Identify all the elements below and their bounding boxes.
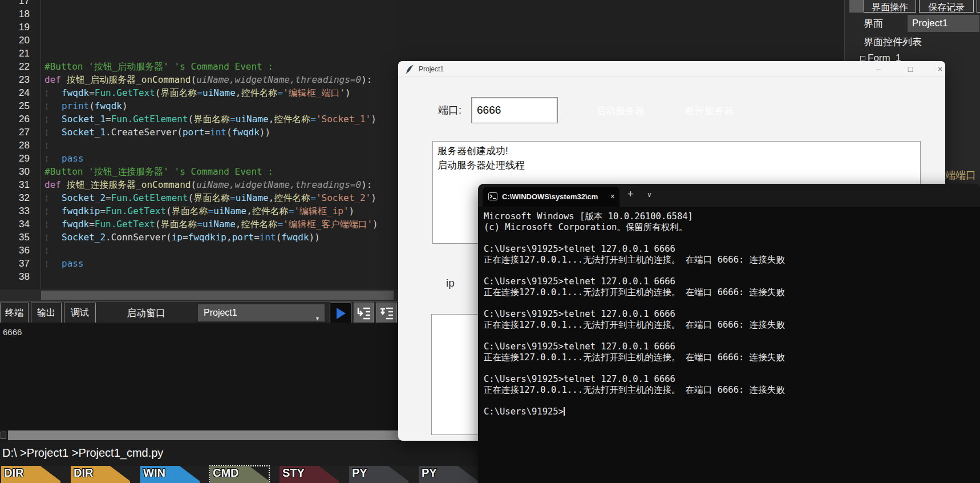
terminal-tab[interactable]: C:\WINDOWS\system32\cmd. × bbox=[483, 187, 619, 207]
cmd-icon bbox=[488, 192, 497, 200]
editor-line-30: 30#Button '按钮_连接服务器' 's Command Event : bbox=[0, 165, 398, 178]
terminal-content[interactable]: Microsoft Windows [版本 10.0.26100.6584](c… bbox=[484, 211, 785, 417]
scrollbar-thumb[interactable] bbox=[41, 291, 394, 300]
editor-line-33: 33¦fwqdkip=Fun.GetText(界面名称=uiName,控件名称=… bbox=[0, 204, 398, 218]
terminal-line bbox=[484, 265, 785, 276]
step-into-button[interactable] bbox=[376, 303, 397, 323]
breadcrumb[interactable]: D:\ >Project1 >Project1_cmd.py bbox=[2, 446, 163, 460]
tab-close-icon[interactable]: × bbox=[610, 192, 615, 201]
widget-list-label: 界面控件列表 bbox=[864, 35, 922, 49]
editor-lines: 171819202122#Button '按钮_启动服务器' 's Comman… bbox=[0, 0, 398, 283]
editor-line-21: 21 bbox=[0, 47, 398, 60]
minimize-button[interactable]: – bbox=[869, 62, 888, 76]
file-taskbar: DIRDIRWINCMDSTYPYPY bbox=[0, 466, 478, 483]
step-over-button[interactable] bbox=[354, 303, 374, 323]
taskbar-tile-win-2[interactable]: WIN bbox=[140, 466, 200, 483]
start-server-button[interactable]: 启动服务器 bbox=[585, 96, 655, 126]
terminal-line: 正在连接127.0.0.1...无法打开到主机的连接。 在端口 6666: 连接… bbox=[484, 287, 785, 298]
editor-horizontal-scrollbar[interactable] bbox=[0, 289, 398, 301]
taskbar-tile-cmd-3[interactable]: CMD bbox=[210, 466, 269, 483]
output-text: 6666 bbox=[3, 327, 22, 337]
editor-line-27: 27¦Socket_1.CreateServer(port=int(fwqdk)… bbox=[0, 126, 398, 139]
editor-line-36: 36¦ bbox=[0, 244, 398, 257]
terminal-cursor bbox=[564, 407, 565, 416]
taskbar-tile-dir-1[interactable]: DIR bbox=[71, 466, 130, 483]
terminal-line bbox=[484, 363, 785, 374]
code-editor[interactable]: 171819202122#Button '按钮_启动服务器' 's Comman… bbox=[0, 0, 398, 289]
step-over-icon bbox=[354, 303, 374, 323]
close-button[interactable]: × bbox=[931, 62, 949, 76]
terminal-line: C:\Users\91925>telnet 127.0.0.1 6666 bbox=[484, 341, 785, 352]
editor-line-20: 20 bbox=[0, 34, 398, 47]
terminal-line bbox=[484, 233, 785, 244]
editor-line-28: 28¦ bbox=[0, 139, 398, 152]
editor-line-35: 35¦Socket_2.ConnServer(ip=fwqdkip,port=i… bbox=[0, 231, 398, 244]
window-title: Project1 bbox=[419, 65, 444, 73]
editor-line-37: 37¦pass bbox=[0, 257, 398, 270]
editor-line-22: 22#Button '按钮_启动服务器' 's Command Event : bbox=[0, 60, 398, 73]
terminal-window: C:\WINDOWS\system32\cmd. × + ∨ Microsoft… bbox=[478, 184, 980, 483]
taskbar-tile-py-6[interactable]: PY bbox=[419, 466, 478, 483]
editor-line-38: 38 bbox=[0, 270, 398, 283]
indent-marker: ¦ bbox=[44, 191, 49, 204]
step-into-icon bbox=[377, 303, 396, 323]
tree-node-icon bbox=[860, 56, 865, 61]
terminal-line: (c) Microsoft Corporation。保留所有权利。 bbox=[484, 222, 785, 233]
terminal-tab-title: C:\WINDOWS\system32\cmd. bbox=[502, 192, 598, 201]
ui-label: 界面 bbox=[864, 17, 883, 30]
editor-line-19: 19 bbox=[0, 21, 398, 34]
tile-label: STY bbox=[282, 466, 305, 480]
window-titlebar[interactable]: Project1 – □ × bbox=[398, 61, 945, 77]
editor-line-25: 25¦print(fwqdk) bbox=[0, 99, 398, 112]
terminal-line: 正在连接127.0.0.1...无法打开到主机的连接。 在端口 6666: 连接… bbox=[484, 352, 785, 363]
editor-line-17: 17 bbox=[0, 0, 398, 7]
tile-label: DIR bbox=[4, 466, 23, 480]
ui-name-field[interactable]: Project1 bbox=[908, 15, 979, 32]
port-input[interactable] bbox=[471, 97, 558, 123]
terminal-tabbar[interactable]: C:\WINDOWS\system32\cmd. × + ∨ bbox=[478, 184, 980, 207]
taskbar-tile-dir-0[interactable]: DIR bbox=[1, 466, 60, 483]
indent-marker: ¦ bbox=[44, 244, 49, 257]
tab-ui-operations[interactable]: 界面操作 bbox=[864, 0, 916, 13]
editor-line-31: 31def 按钮_连接服务器_onCommand(uiName,widgetNa… bbox=[0, 178, 398, 191]
indent-marker: ¦ bbox=[44, 204, 49, 218]
tab-dropdown-icon[interactable]: ∨ bbox=[647, 191, 652, 199]
indent-marker: ¦ bbox=[44, 112, 49, 126]
log-line: 启动服务器处理线程 bbox=[438, 158, 916, 172]
indent-marker: ¦ bbox=[44, 152, 49, 165]
run-button[interactable] bbox=[330, 303, 351, 323]
terminal-line: C:\Users\91925>telnet 127.0.0.1 6666 bbox=[484, 276, 785, 287]
tab-partial[interactable] bbox=[977, 0, 980, 13]
tab-output[interactable]: 输出 bbox=[31, 303, 62, 323]
indent-marker: ¦ bbox=[44, 231, 49, 244]
indent-marker: ¦ bbox=[44, 99, 49, 112]
terminal-line: 正在连接127.0.0.1...无法打开到主机的连接。 在端口 6666: 连接… bbox=[484, 320, 785, 331]
maximize-button[interactable]: □ bbox=[901, 62, 920, 76]
indent-marker: ¦ bbox=[44, 126, 49, 139]
editor-line-34: 34¦fwqdk=Fun.GetText(界面名称=uiName,控件名称='编… bbox=[0, 218, 398, 231]
gutter-separator bbox=[41, 0, 41, 289]
editor-line-29: 29¦pass bbox=[0, 152, 398, 165]
log-line: 服务器创建成功! bbox=[438, 144, 916, 158]
new-tab-icon[interactable]: + bbox=[627, 188, 634, 200]
tree-item-clipped[interactable]: 端端口 bbox=[945, 168, 976, 182]
taskbar-tile-py-5[interactable]: PY bbox=[349, 466, 408, 483]
terminal-line: 正在连接127.0.0.1...无法打开到主机的连接。 在端口 6666: 连接… bbox=[484, 255, 785, 265]
breadcrumb-row: D:\ >Project1 >Project1_cmd.py bbox=[0, 441, 478, 466]
tile-label: DIR bbox=[74, 466, 93, 480]
terminal-line bbox=[484, 396, 785, 406]
indent-marker: ¦ bbox=[44, 218, 49, 231]
editor-line-26: 26¦Socket_1=Fun.GetElement(界面名称=uiName,控… bbox=[0, 112, 398, 126]
tab-terminal[interactable]: 终端 bbox=[0, 303, 29, 323]
indent-marker: ¦ bbox=[44, 257, 49, 270]
tab-save-record[interactable]: 保存记录 bbox=[919, 0, 974, 13]
play-icon bbox=[337, 308, 346, 319]
run-window-label: 启动窗口 bbox=[127, 307, 165, 320]
project-dropdown[interactable]: Project1 ▼ bbox=[198, 304, 325, 321]
disconnect-server-button[interactable]: 断开服务器 bbox=[674, 96, 744, 126]
taskbar-tile-sty-4[interactable]: STY bbox=[280, 466, 339, 483]
tab-debug[interactable]: 调试 bbox=[64, 303, 96, 323]
project-dropdown-value: Project1 bbox=[204, 308, 237, 317]
editor-line-32: 32¦Socket_2=Fun.GetElement(界面名称=uiName,控… bbox=[0, 191, 398, 204]
tile-label: PY bbox=[352, 466, 367, 480]
